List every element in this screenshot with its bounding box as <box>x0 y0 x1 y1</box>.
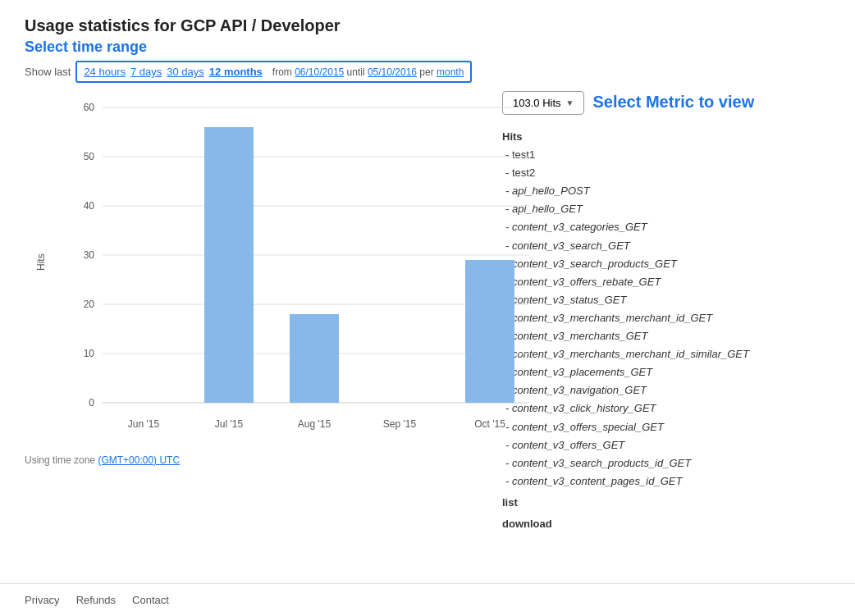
date-until[interactable]: 05/10/2016 <box>368 66 417 78</box>
metric-item[interactable]: - test2 <box>502 164 830 182</box>
metric-item[interactable]: - content_v3_navigation_GET <box>502 381 830 399</box>
bar-oct <box>465 260 514 403</box>
bar-aug <box>290 314 339 403</box>
svg-text:Sep '15: Sep '15 <box>383 418 417 430</box>
per-unit[interactable]: month <box>437 66 464 78</box>
select-time-range-link[interactable]: Select time range <box>25 39 147 56</box>
page-title: Usage statistics for GCP API / Developer <box>25 16 830 35</box>
metric-item[interactable]: - content_v3_offers_special_GET <box>502 418 830 436</box>
footer-contact[interactable]: Contact <box>132 594 169 606</box>
show-last-label: Show last <box>25 66 71 78</box>
time-24h[interactable]: 24 hours <box>84 66 126 78</box>
select-metric-label: Select Metric to view <box>592 93 754 112</box>
svg-text:20: 20 <box>84 299 95 310</box>
metric-item[interactable]: - api_hello_POST <box>502 182 830 200</box>
svg-text:60: 60 <box>84 102 95 113</box>
metric-item[interactable]: - content_v3_offers_GET <box>502 436 830 454</box>
time-7d[interactable]: 7 days <box>130 66 162 78</box>
metric-item[interactable]: - content_v3_merchants_GET <box>502 327 830 345</box>
svg-text:0: 0 <box>89 397 94 408</box>
metric-item[interactable]: - content_v3_offers_rebate_GET <box>502 273 830 291</box>
date-range-text: from 06/10/2015 until 05/10/2016 per mon… <box>272 66 464 78</box>
metric-item[interactable]: - api_hello_GET <box>502 200 830 218</box>
metric-item[interactable]: - content_v3_search_products_GET <box>502 255 830 273</box>
metric-item[interactable]: - content_v3_click_history_GET <box>502 399 830 418</box>
time-12m[interactable]: 12 months <box>209 66 263 78</box>
metric-item[interactable]: - content_v3_merchants_merchant_id_simil… <box>502 345 830 363</box>
metric-item[interactable]: - test1 <box>502 146 830 164</box>
footer: Privacy Refunds Contact <box>0 583 855 616</box>
footer-refunds[interactable]: Refunds <box>76 594 116 606</box>
svg-text:Jul '15: Jul '15 <box>215 418 244 430</box>
svg-text:Aug '15: Aug '15 <box>298 418 331 430</box>
footer-privacy[interactable]: Privacy <box>25 594 60 606</box>
metric-item[interactable]: - content_v3_categories_GET <box>502 218 830 236</box>
svg-text:30: 30 <box>84 249 95 261</box>
metric-list: Hits - test1 - test2 - api_hello_POST - … <box>502 128 830 533</box>
timezone-note: Using time zone (GMT+00:00) UTC <box>25 454 486 466</box>
chart-area: Hits 60 50 40 30 20 10 0 <box>25 91 486 533</box>
bar-chart: 60 50 40 30 20 10 0 <box>62 91 529 436</box>
metric-item[interactable]: - content_v3_search_GET <box>502 237 830 255</box>
metric-item[interactable]: - content_v3_placements_GET <box>502 363 830 381</box>
svg-text:10: 10 <box>84 348 95 359</box>
svg-text:50: 50 <box>84 151 95 162</box>
metric-item[interactable]: - content_v3_merchants_merchant_id_GET <box>502 309 830 327</box>
metric-category-list: list <box>502 494 830 512</box>
time-range-box: 24 hours 7 days 30 days 12 months from 0… <box>75 61 472 83</box>
metric-item[interactable]: - content_v3_content_pages_id_GET <box>502 472 830 491</box>
metric-panel: 103.0 Hits ▼ Select Metric to view Hits … <box>502 91 830 533</box>
svg-text:Jun '15: Jun '15 <box>128 418 160 430</box>
time-30d[interactable]: 30 days <box>167 66 204 78</box>
metric-category-download: download <box>502 515 830 533</box>
bar-jul <box>204 127 254 403</box>
svg-text:40: 40 <box>84 200 95 212</box>
timezone-link[interactable]: (GMT+00:00) UTC <box>98 454 180 466</box>
svg-text:Oct '15: Oct '15 <box>474 418 505 430</box>
date-from[interactable]: 06/10/2015 <box>295 66 344 78</box>
metric-category-hits: Hits <box>502 128 830 146</box>
y-axis-label: Hits <box>35 253 47 271</box>
metric-item[interactable]: - content_v3_search_products_id_GET <box>502 454 830 472</box>
dropdown-arrow-icon: ▼ <box>566 98 574 107</box>
metric-item[interactable]: - content_v3_status_GET <box>502 291 830 309</box>
